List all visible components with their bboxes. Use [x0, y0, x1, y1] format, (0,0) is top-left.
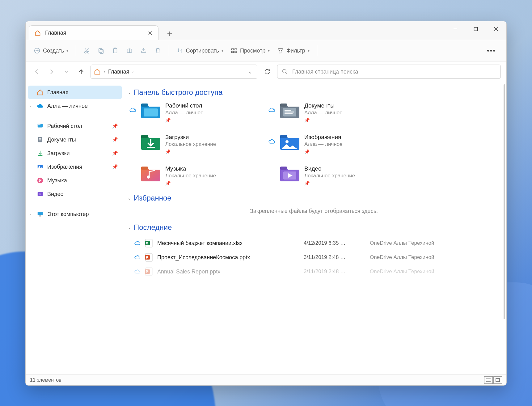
new-button[interactable]: Создать ▾ [31, 44, 71, 57]
chevron-right-icon[interactable]: › [29, 104, 31, 108]
minimize-button[interactable] [445, 21, 466, 37]
quick-item-desktop[interactable]: Рабочий столАлла — личное📌 [129, 101, 265, 123]
section-favorites[interactable]: ⌄ Избранное [128, 194, 500, 202]
quick-item-downloads[interactable]: ЗагрузкиЛокальное хранение📌 [129, 133, 265, 154]
sidebar-documents[interactable]: Документы 📌 [28, 133, 122, 146]
copy-button[interactable] [95, 44, 108, 57]
forward-button[interactable] [46, 66, 57, 77]
chevron-down-icon: ▾ [268, 49, 270, 53]
quick-item-documents[interactable]: ДокументыАлла — личное📌 [268, 101, 404, 123]
folder-music-icon [140, 164, 162, 182]
tab-close-button[interactable] [146, 29, 154, 37]
cut-button[interactable] [80, 44, 93, 57]
window-controls [445, 21, 506, 37]
sidebar-desktop[interactable]: Рабочий стол 📌 [28, 119, 122, 133]
tab-title: Главная [45, 30, 66, 36]
scrollbar[interactable] [504, 84, 505, 319]
powerpoint-icon: P [145, 253, 153, 262]
folder-pictures-icon [279, 133, 301, 150]
tab-home[interactable]: Главная [29, 25, 158, 40]
svg-rect-17 [39, 138, 41, 138]
pin-icon: 📌 [304, 181, 355, 186]
music-icon [37, 177, 44, 184]
paste-button[interactable] [109, 44, 122, 57]
svg-point-24 [40, 180, 41, 181]
status-bar: 11 элементов [26, 374, 506, 385]
rename-button[interactable] [123, 44, 136, 57]
section-recent[interactable]: ⌄ Последние [128, 223, 500, 232]
sidebar-videos[interactable]: Видео [28, 187, 122, 201]
chevron-down-icon: ⌄ [128, 225, 131, 230]
up-button[interactable] [76, 66, 87, 77]
maximize-button[interactable] [466, 21, 486, 37]
quick-item-music[interactable]: МузыкаЛокальное хранение📌 [129, 164, 265, 186]
svg-point-40 [147, 176, 150, 179]
svg-rect-10 [235, 49, 237, 50]
chevron-right-icon[interactable]: › [29, 212, 31, 217]
sort-button[interactable]: Сортировать ▾ [173, 44, 226, 57]
recent-item[interactable]: P Annual Sales Report.pptx 3/11/2019 2:4… [128, 264, 500, 279]
share-button[interactable] [137, 44, 150, 57]
search-bar[interactable] [277, 65, 501, 79]
sidebar-pictures[interactable]: Изображения 📌 [28, 160, 122, 174]
quick-item-pictures[interactable]: ИзображенияАлла — личное📌 [268, 133, 404, 154]
chevron-down-icon: ▾ [66, 49, 68, 53]
svg-point-38 [285, 140, 289, 143]
video-icon [37, 191, 44, 197]
new-tab-button[interactable] [163, 27, 176, 40]
chevron-down-icon: ⌄ [128, 90, 131, 95]
folder-documents-icon [279, 101, 301, 119]
svg-text:P: P [146, 270, 148, 273]
folder-downloads-icon [140, 133, 162, 150]
details-view-button[interactable] [484, 376, 493, 384]
recent-item[interactable]: X Месячный бюджет компании.xlsx 4/12/201… [128, 236, 500, 250]
back-button[interactable] [31, 66, 42, 77]
svg-point-13 [283, 70, 286, 73]
svg-rect-39 [141, 167, 148, 170]
pin-icon: 📌 [112, 137, 118, 142]
breadcrumb-root[interactable]: Главная [108, 69, 129, 75]
view-button[interactable]: Просмотр ▾ [228, 44, 273, 57]
svg-rect-32 [285, 110, 291, 111]
quick-item-videos[interactable]: ВидеоЛокальное хранение📌 [268, 164, 404, 186]
svg-rect-37 [280, 135, 287, 138]
refresh-button[interactable] [261, 66, 273, 78]
search-input[interactable] [292, 69, 496, 75]
close-button[interactable] [486, 21, 506, 37]
svg-point-21 [39, 166, 40, 167]
sidebar-onedrive[interactable]: › Алла — личное [28, 99, 122, 113]
delete-button[interactable] [151, 44, 164, 57]
svg-rect-27 [39, 216, 41, 217]
icons-view-button[interactable] [493, 376, 502, 384]
filter-button[interactable]: Фильтр ▾ [274, 44, 312, 57]
recent-item[interactable]: P Проект_ИсследованиеКосмоса.pptx 3/11/2… [128, 250, 500, 264]
pin-icon: 📌 [112, 164, 118, 170]
address-dropdown[interactable]: ⌄ [246, 69, 254, 75]
sidebar-music[interactable]: Музыка [28, 174, 122, 187]
file-explorer-window: Главная Создать ▾ Сортирова [25, 21, 507, 386]
content-area: ⌄ Панель быстрого доступа Рабочий столАл… [125, 82, 506, 385]
folder-desktop-icon [140, 101, 162, 119]
svg-rect-28 [141, 104, 148, 107]
more-button[interactable]: ••• [481, 47, 501, 55]
cloud-icon [134, 240, 141, 246]
svg-rect-16 [38, 137, 42, 142]
cloud-icon [268, 107, 275, 113]
recent-dropdown[interactable] [61, 66, 72, 77]
sidebar-thispc[interactable]: › Этот компьютер [28, 207, 122, 221]
svg-rect-9 [232, 49, 234, 50]
pin-icon: 📌 [165, 149, 216, 154]
excel-icon: X [145, 239, 153, 248]
svg-rect-19 [39, 140, 41, 140]
svg-rect-12 [235, 51, 237, 53]
svg-rect-35 [141, 135, 148, 138]
chevron-right-icon[interactable]: › [133, 70, 134, 74]
svg-rect-34 [285, 113, 293, 114]
sidebar-downloads[interactable]: Загрузки 📌 [28, 146, 122, 160]
section-quick-access[interactable]: ⌄ Панель быстрого доступа [128, 88, 500, 97]
sidebar-home[interactable]: Главная [28, 86, 122, 99]
address-bar[interactable]: › Главная › ⌄ [91, 65, 257, 79]
document-icon [37, 136, 44, 143]
favorites-empty: Закрепленные файлы будут отображаться зд… [128, 208, 500, 214]
home-icon [35, 30, 41, 36]
